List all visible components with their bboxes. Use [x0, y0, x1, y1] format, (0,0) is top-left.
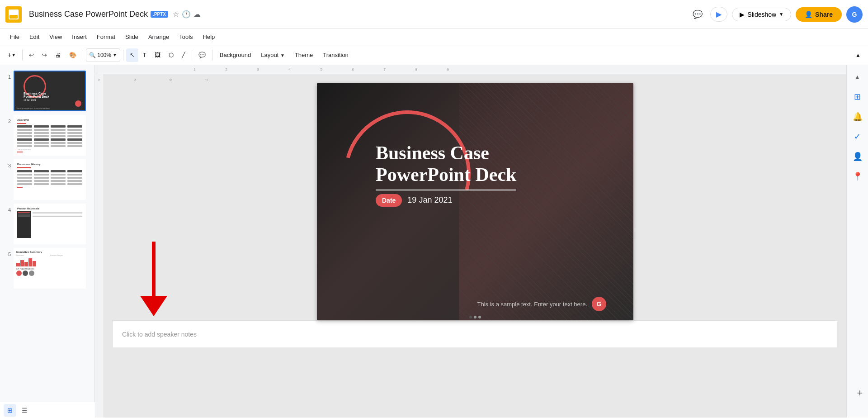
slide-thumbnail-4[interactable]: Project Rationale	[14, 204, 86, 244]
share-person-icon: 👤	[805, 11, 812, 18]
background-button[interactable]: Background	[215, 50, 255, 60]
main-slide[interactable]: Business Case PowerPoint Deck Date 19 Ja…	[317, 83, 633, 320]
add-dropdown-icon[interactable]: ▼	[11, 52, 16, 57]
thumb3-title: Document History	[17, 163, 82, 166]
slideshow-button[interactable]: ▶ Slideshow ▼	[732, 8, 791, 21]
menu-view[interactable]: View	[45, 32, 66, 42]
redo-button[interactable]: ↪	[38, 48, 51, 62]
line-tool[interactable]: ╱	[178, 48, 189, 62]
slide-thumbnail-3[interactable]: Document History	[14, 159, 86, 200]
print-button[interactable]: 🖨	[52, 48, 65, 62]
app-logo[interactable]	[5, 6, 22, 23]
layout-button[interactable]: Layout ▼	[256, 50, 289, 60]
grid-view-button[interactable]: ⊞	[4, 404, 16, 417]
date-badge: Date	[376, 194, 402, 207]
meet-button[interactable]: ▶	[710, 7, 727, 22]
maps-icon-button[interactable]: 📍	[849, 168, 866, 185]
share-button[interactable]: 👤 Share	[796, 7, 842, 22]
cloud-icon[interactable]: ☁	[193, 10, 201, 19]
top-right-controls: 💬 ▶ ▶ Slideshow ▼ 👤 Share G	[689, 6, 863, 23]
toolbar-divider-4	[192, 50, 192, 61]
slide-title: Business Case PowerPoint Deck	[376, 142, 516, 186]
sample-text: This is a sample text. Enter your text h…	[477, 301, 588, 308]
notifications-icon-button[interactable]: 🔔	[849, 109, 866, 125]
zoom-dropdown[interactable]: ▼	[113, 52, 117, 57]
toolbar-collapse-button[interactable]: ▲	[852, 48, 864, 62]
textbox-tool[interactable]: T	[139, 48, 150, 62]
explore-icon-button[interactable]: ⊞	[849, 89, 866, 105]
arrow-annotation	[140, 242, 167, 316]
meet-icon: ▶	[716, 10, 722, 19]
people-icon-button[interactable]: 👤	[849, 148, 866, 165]
user-avatar[interactable]: G	[846, 6, 863, 23]
document-title[interactable]: Business Case PowerPoint Deck	[29, 10, 148, 19]
slide-bottom-area: This is a sample text. Enter your text h…	[477, 297, 607, 311]
zoom-control[interactable]: 🔍 100% ▼	[86, 48, 120, 62]
layout-dropdown[interactable]: ▼	[280, 53, 285, 58]
panel-bottom-bar: ⊞ ☰ ◀	[0, 402, 95, 418]
shape-tool[interactable]: ⬡	[165, 48, 177, 62]
speaker-notes[interactable]: Click to add speaker notes	[113, 320, 837, 347]
canvas-area: 1 2 3 4 5 6 7 8 9 1234567	[95, 65, 846, 418]
comments-icon-button[interactable]: 💬	[689, 6, 706, 23]
theme-button[interactable]: Theme	[290, 50, 317, 60]
menu-slide[interactable]: Slide	[121, 32, 143, 42]
slide-dot-2[interactable]	[474, 316, 476, 318]
slide-thumb-3[interactable]: 3 Document History	[0, 157, 94, 202]
google-slides-icon	[9, 10, 19, 19]
zoom-value: 100%	[97, 52, 111, 58]
slides-panel: 1 Business CasePowerPoint Deck19 Jan 202…	[0, 65, 95, 418]
share-label: Share	[815, 11, 833, 18]
slide-navigation-dots	[469, 316, 481, 318]
slide-thumbnail-2[interactable]: Approval This is some text.	[14, 115, 86, 156]
file-type-badge: .PPTX	[151, 11, 168, 18]
toolbar: + ▼ ↩ ↪ 🖨 🎨 🔍 100% ▼ ↖ T 🖼 ⬡ ╱ 💬 Backgro…	[0, 45, 868, 65]
slide-thumb-4[interactable]: 4 Project Rationale	[0, 202, 94, 246]
slideshow-dropdown-icon[interactable]: ▼	[779, 12, 783, 17]
speaker-notes-placeholder[interactable]: Click to add speaker notes	[122, 331, 197, 338]
slide-thumb-2[interactable]: 2 Approval This is some text.	[0, 113, 94, 157]
slide-thumbnail-1[interactable]: Business CasePowerPoint Deck19 Jan 2021 …	[14, 71, 86, 111]
cursor-tool[interactable]: ↖	[126, 48, 138, 62]
image-tool[interactable]: 🖼	[151, 48, 164, 62]
vertical-ruler: 1234567	[95, 74, 104, 418]
menu-arrange[interactable]: Arrange	[144, 32, 174, 42]
menu-format[interactable]: Format	[92, 32, 120, 42]
thumb-approval-title: Approval	[17, 119, 82, 121]
slide-dot-3[interactable]	[478, 316, 481, 318]
slide-and-notes: Business Case PowerPoint Deck Date 19 Ja…	[104, 74, 846, 418]
star-icon[interactable]: ☆	[173, 10, 179, 19]
thumb-red-circle	[75, 100, 81, 107]
paint-format-button[interactable]: 🎨	[66, 48, 80, 62]
undo-button[interactable]: ↩	[25, 48, 38, 62]
menu-tools[interactable]: Tools	[175, 32, 197, 42]
slideshow-icon: ▶	[740, 11, 745, 18]
horizontal-ruler: 1 2 3 4 5 6 7 8 9	[95, 65, 846, 74]
history-icon[interactable]: 🕐	[182, 10, 191, 19]
arrow-shaft	[152, 242, 156, 296]
top-bar: Business Case PowerPoint Deck .PPTX ☆ 🕐 …	[0, 0, 868, 29]
tasks-icon-button[interactable]: ✓	[849, 128, 866, 145]
add-panel-button[interactable]: +	[854, 387, 866, 399]
menu-edit[interactable]: Edit	[25, 32, 44, 42]
slide-main-content[interactable]: Business Case PowerPoint Deck Date 19 Ja…	[376, 142, 516, 207]
slide-date-row: Date 19 Jan 2021	[376, 194, 516, 207]
toolbar-divider-5	[212, 50, 212, 61]
slide-thumbnail-5[interactable]: Executive Summary Overview Process Stage…	[14, 248, 86, 289]
slide-thumb-1[interactable]: 1 Business CasePowerPoint Deck19 Jan 202…	[0, 69, 94, 113]
main-layout: 1 Business CasePowerPoint Deck19 Jan 202…	[0, 65, 868, 418]
toolbar-divider-3	[123, 50, 123, 61]
slide-thumb-5[interactable]: 5 Executive Summary Overview Process Sta…	[0, 246, 94, 290]
collapse-panel-arrow[interactable]: ▲	[849, 69, 866, 85]
slide-dot-1[interactable]	[469, 316, 472, 318]
menu-file[interactable]: File	[5, 32, 24, 42]
transition-button[interactable]: Transition	[318, 50, 353, 60]
plus-icon: +	[7, 51, 11, 59]
menu-insert[interactable]: Insert	[67, 32, 91, 42]
menu-help[interactable]: Help	[198, 32, 220, 42]
doc-action-icons: ☆ 🕐 ☁	[173, 10, 201, 19]
comment-tool[interactable]: 💬	[195, 48, 209, 62]
list-view-button[interactable]: ☰	[18, 404, 31, 417]
slide-viewport: 1234567	[95, 74, 846, 418]
add-slide-button[interactable]: + ▼	[4, 48, 19, 62]
